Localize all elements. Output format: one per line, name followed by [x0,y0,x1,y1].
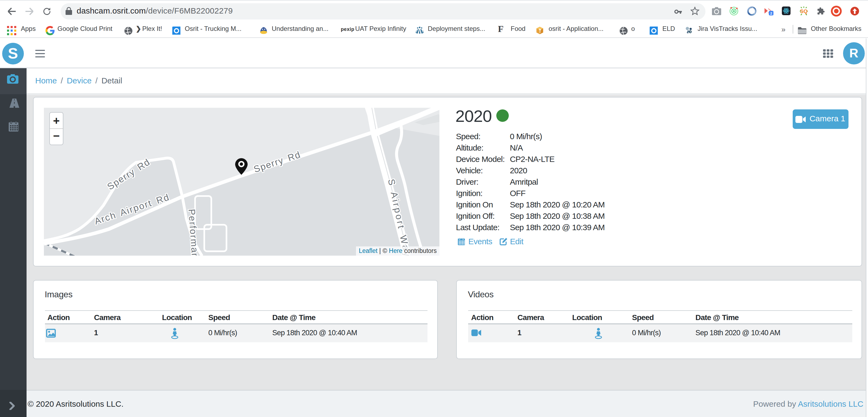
svg-text:SQ: SQ [800,8,807,14]
svg-text:2: 2 [770,11,772,15]
